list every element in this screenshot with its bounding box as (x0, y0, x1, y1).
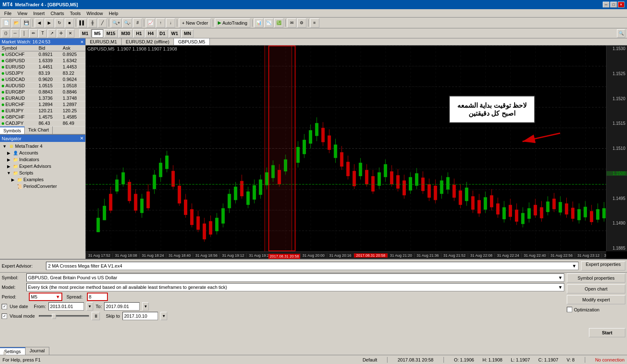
tb2-arrow-btn[interactable]: ↗ (48, 29, 56, 38)
period-m5[interactable]: M5 (92, 29, 103, 38)
tb-settings-btn[interactable]: ⚙ (297, 18, 306, 28)
market-table-row[interactable]: GBPCHF 1.4575 1.4585 (0, 114, 85, 120)
visual-mode-checkbox[interactable]: ✓ (2, 313, 7, 319)
pause-btn[interactable]: ⏸ (92, 312, 100, 320)
tb-arrow-up-btn[interactable]: ↑ (156, 18, 165, 28)
nav-indicators[interactable]: ▶ 📁 Indicators (1, 156, 84, 163)
minimize-button[interactable]: ─ (603, 2, 609, 8)
nav-accounts[interactable]: ▶ 👤 Accounts (1, 149, 84, 156)
menu-insert[interactable]: Insert (31, 10, 47, 17)
nav-period-converter[interactable]: 📜 PeriodConverter (1, 183, 84, 190)
st-symbol-dropdown[interactable]: GBPUSD, Great Britain Pound vs US Dollar… (26, 273, 564, 282)
to-calendar-btn[interactable]: ▼ (142, 302, 149, 311)
tb-chart-line-btn[interactable]: ╱ (98, 18, 107, 28)
chart-tab-eurusd-m2[interactable]: EURUSD,M2 (offline) (122, 38, 174, 45)
st-model-dropdown[interactable]: Every tick (the most precise method base… (26, 283, 564, 291)
tb-chart-mode2[interactable]: 📉 (264, 18, 273, 28)
use-date-checkbox[interactable]: ✓ (2, 304, 7, 309)
visual-mode-slider[interactable] (39, 315, 89, 317)
period-d1[interactable]: D1 (157, 29, 168, 38)
market-table-row[interactable]: EURUSD 1.4451 1.4453 (0, 64, 85, 70)
market-table-row[interactable]: AUDUSD 1.0515 1.0518 (0, 83, 85, 89)
to-date-input[interactable] (104, 302, 140, 311)
menu-view[interactable]: View (15, 10, 30, 17)
menu-window[interactable]: Window (84, 10, 105, 17)
menu-charts[interactable]: Charts (48, 10, 66, 17)
tb2-search-btn[interactable]: 🔍 (617, 29, 625, 38)
open-chart-button[interactable]: Open chart (567, 284, 625, 293)
period-m30[interactable]: M30 (119, 29, 133, 38)
market-table-row[interactable]: CADJPY 86.43 86.49 (0, 120, 85, 126)
restore-button[interactable]: □ (610, 2, 617, 8)
market-table-row[interactable]: USDCHF 0.8921 0.8925 (0, 51, 85, 58)
tb-chart-bar-btn[interactable]: ▌▌ (78, 18, 87, 28)
nav-scripts[interactable]: ▼ 📁 Scripts (1, 169, 84, 176)
period-m15[interactable]: M15 (104, 29, 118, 38)
menu-tools[interactable]: Tools (67, 10, 83, 17)
period-mn[interactable]: MN (181, 29, 194, 38)
st-spread-input[interactable] (87, 293, 108, 301)
autotrading-button[interactable]: ▶ AutoTrading (215, 18, 250, 28)
modify-expert-button[interactable]: Modify expert (567, 295, 625, 304)
tb-new-btn[interactable]: 📄 (2, 18, 11, 28)
period-m1[interactable]: M1 (79, 29, 91, 38)
nav-examples[interactable]: ▶ 📁 Examples (1, 176, 84, 183)
symbol-properties-button[interactable]: Symbol properties (567, 273, 625, 283)
tb-grid-btn[interactable]: # (133, 18, 142, 28)
market-table-row[interactable]: USDCAD 0.9620 0.9624 (0, 76, 85, 83)
menu-file[interactable]: File (2, 10, 14, 17)
start-button[interactable]: Start (589, 328, 625, 337)
tb-arrow-down-btn[interactable]: ↓ (166, 18, 175, 28)
tb2-cross-btn[interactable]: ✛ (57, 29, 65, 38)
navigator-close[interactable]: ✕ (80, 136, 84, 141)
tb-save-btn[interactable]: 💾 (22, 18, 31, 28)
resize-handle-vertical[interactable] (3, 351, 6, 355)
st-period-dropdown[interactable]: M5 ▼ (29, 293, 62, 301)
period-h1[interactable]: H1 (133, 29, 144, 38)
market-table-row[interactable]: EURAUD 1.3736 1.3748 (0, 95, 85, 101)
tb2-line-btn[interactable]: ─ (11, 29, 19, 38)
slider-thumb[interactable] (52, 314, 56, 319)
skip-calendar-btn[interactable]: ▼ (161, 312, 167, 320)
tb-open-btn[interactable]: 📂 (12, 18, 21, 28)
tb-chart-mode1[interactable]: 📊 (254, 18, 263, 28)
tb-stop-btn[interactable]: ■ (65, 18, 74, 28)
market-table-row[interactable]: EURJPY 120.21 120.25 (0, 108, 85, 114)
tb-misc1[interactable]: ≡ (310, 18, 319, 28)
tab-symbols[interactable]: Symbols (0, 126, 25, 134)
tb-indicators-btn[interactable]: 📈 (146, 18, 155, 28)
tb-chart-candle-btn[interactable]: ╫ (88, 18, 97, 28)
tb2-hline-btn[interactable]: │ (20, 29, 28, 38)
tb-zoom-in-btn[interactable]: 🔍+ (111, 18, 122, 28)
market-watch-close[interactable]: ✕ (80, 40, 84, 44)
chart-tab-gbpusd-m5[interactable]: GBPUSD,M5 (174, 38, 210, 45)
tb-chart-mode3[interactable]: 💹 (274, 18, 283, 28)
from-calendar-btn[interactable]: ▼ (87, 302, 93, 311)
tb2-pencil-btn[interactable]: ✏ (29, 29, 38, 38)
optimization-checkbox[interactable] (567, 307, 572, 312)
expert-properties-button[interactable]: Expert properties (581, 261, 625, 270)
chart-tab-eurusd-m1[interactable]: EURUSD,M1 (86, 38, 122, 45)
nav-expert-advisors[interactable]: ▶ 📁 Expert Advisors (1, 163, 84, 169)
from-date-input[interactable] (48, 302, 84, 311)
st-journal-tab[interactable]: Journal (25, 347, 49, 355)
ea-dropdown[interactable]: 2 MA Crosses Mega filter EA V1.ex4 ▼ (46, 262, 579, 270)
tab-tick-chart[interactable]: Tick Chart (25, 126, 53, 134)
tb2-delete-btn[interactable]: ✕ (66, 29, 74, 38)
close-button[interactable]: ✕ (618, 2, 624, 8)
tb2-text-btn[interactable]: T (38, 29, 47, 38)
tb2-arrows-btn[interactable]: ⟨⟩ (2, 29, 10, 38)
period-w1[interactable]: W1 (169, 29, 181, 38)
market-table-row[interactable]: USDJPY 83.19 83.22 (0, 70, 85, 76)
period-h4[interactable]: H4 (145, 29, 156, 38)
tb-forward-btn[interactable]: ▶ (45, 18, 54, 28)
tb-refresh-btn[interactable]: ↻ (55, 18, 64, 28)
tb-email-btn[interactable]: ✉ (287, 18, 296, 28)
nav-root[interactable]: ▼ 🖥 MetaTrader 4 (1, 143, 84, 149)
new-order-button[interactable]: + New Order (179, 18, 211, 28)
tb-back-btn[interactable]: ◀ (35, 18, 44, 28)
market-table-row[interactable]: EURGBP 0.8843 0.8846 (0, 89, 85, 95)
menu-help[interactable]: Help (106, 10, 121, 17)
skip-to-input[interactable] (122, 312, 158, 320)
market-table-row[interactable]: GBPUSD 1.6339 1.6342 (0, 58, 85, 64)
